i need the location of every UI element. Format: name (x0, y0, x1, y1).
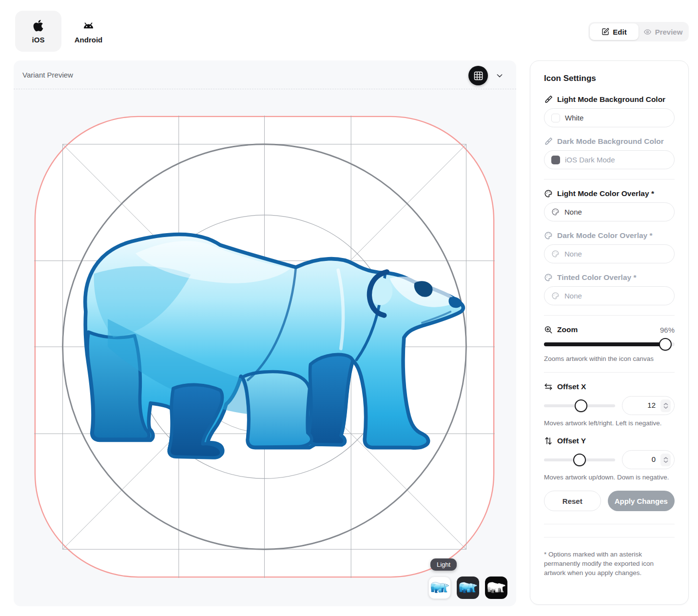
divider (544, 524, 675, 524)
variant-preview-header: Variant Preview (14, 60, 516, 89)
icon-canvas[interactable] (34, 116, 495, 578)
edit-preview-toggle: Edit Preview (588, 22, 689, 41)
thumbnail-tinted[interactable] (485, 576, 507, 599)
preview-tab[interactable]: Preview (639, 23, 687, 40)
color-swatch-white (551, 114, 560, 122)
settings-title: Icon Settings (544, 74, 675, 83)
grid-overlay-button[interactable] (468, 66, 488, 85)
offset-y-stepper[interactable] (660, 454, 671, 466)
apple-icon (33, 19, 44, 32)
offset-y-input[interactable]: 0 (622, 450, 675, 469)
grid-icon (474, 71, 483, 80)
chevron-up-icon (663, 457, 668, 460)
offset-x-caption: Moves artwork left/right. Left is negati… (544, 419, 675, 427)
variant-preview-title: Variant Preview (22, 71, 73, 79)
zoom-slider-fill (544, 342, 665, 346)
offset-y-slider[interactable] (544, 454, 615, 466)
divider (544, 372, 675, 373)
palette-icon (551, 292, 560, 300)
tab-ios[interactable]: iOS (15, 11, 61, 52)
thumbnail-light[interactable] (428, 576, 451, 599)
arrows-left-right-icon (544, 382, 553, 391)
edit-tab-label: Edit (613, 28, 626, 36)
light-overlay-select[interactable]: None (544, 202, 675, 221)
asterisk-footnote: * Options marked with an asterisk perman… (544, 550, 675, 578)
tab-android[interactable]: Android (65, 11, 112, 52)
palette-icon (544, 273, 553, 282)
zoom-slider-thumb[interactable] (659, 338, 672, 351)
arrows-up-down-icon (544, 437, 553, 445)
paintbrush-icon (544, 137, 553, 146)
palette-icon (544, 231, 553, 240)
divider (544, 315, 675, 316)
zoom-label: Zoom (544, 325, 578, 334)
dark-overlay-label: Dark Mode Color Overlay * (544, 231, 675, 240)
offset-x-input[interactable]: 12 (622, 396, 675, 415)
tab-ios-label: iOS (32, 36, 45, 44)
divider (544, 179, 675, 179)
thumbnail-dark[interactable] (457, 576, 479, 599)
offset-x-slider-thumb[interactable] (575, 399, 587, 412)
color-swatch-dark (551, 156, 560, 164)
variant-preview-panel: Variant Preview (14, 60, 516, 606)
offset-y-value: 0 (652, 455, 656, 463)
offset-y-caption: Moves artwork up/down. Down is negative. (544, 474, 675, 481)
tinted-overlay-select[interactable]: None (544, 286, 675, 305)
dark-bg-color-label: Dark Mode Background Color (544, 137, 675, 146)
pencil-edit-icon (601, 28, 609, 36)
collapse-chevron-button[interactable] (493, 69, 506, 82)
preview-tab-label: Preview (655, 28, 683, 36)
light-bg-color-label: Light Mode Background Color (544, 95, 675, 104)
zoom-in-icon (544, 325, 553, 334)
dark-bg-color-select[interactable]: iOS Dark Mode (544, 150, 675, 169)
chevron-down-icon (496, 72, 504, 79)
icon-settings-panel: Icon Settings Light Mode Background Colo… (530, 60, 689, 605)
tinted-overlay-label: Tinted Color Overlay * (544, 273, 675, 282)
apply-changes-button[interactable]: Apply Changes (608, 491, 675, 511)
palette-icon (551, 250, 560, 258)
tab-android-label: Android (75, 36, 103, 44)
offset-x-slider[interactable] (544, 399, 615, 412)
offset-x-stepper[interactable] (660, 399, 671, 412)
light-bg-color-select[interactable]: White (544, 108, 675, 127)
dark-overlay-select[interactable]: None (544, 244, 675, 263)
chevron-down-icon (663, 460, 668, 463)
reset-button[interactable]: Reset (544, 491, 601, 511)
eye-preview-icon (643, 28, 652, 36)
zoom-caption: Zooms artwork within the icon canvas (544, 355, 675, 362)
divider (544, 537, 675, 537)
offset-y-slider-thumb[interactable] (573, 454, 586, 466)
variant-thumbnails (428, 576, 507, 599)
zoom-slider[interactable] (544, 338, 675, 351)
offset-x-label: Offset X (544, 382, 675, 391)
variant-tooltip: Light (430, 558, 457, 571)
edit-tab[interactable]: Edit (590, 23, 639, 40)
chevron-down-icon (663, 406, 668, 409)
zoom-value: 96% (660, 326, 675, 334)
palette-icon (551, 208, 560, 216)
chevron-up-icon (663, 402, 668, 406)
palette-icon (544, 189, 553, 198)
paintbrush-icon (544, 95, 553, 104)
offset-y-label: Offset Y (544, 437, 675, 445)
offset-x-value: 12 (647, 401, 656, 409)
platform-tabs: iOS Android (15, 11, 112, 52)
android-icon (82, 19, 95, 32)
light-overlay-label: Light Mode Color Overlay * (544, 189, 675, 198)
